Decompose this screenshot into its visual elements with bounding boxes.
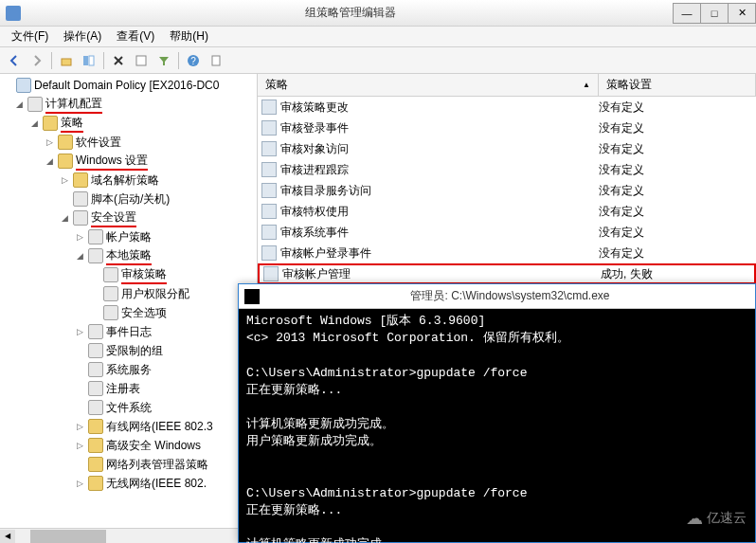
tree-label: 审核策略 — [121, 266, 167, 284]
cmd-titlebar[interactable]: 管理员: C:\Windows\system32\cmd.exe — [239, 284, 755, 309]
list-row[interactable]: 审核系统事件没有定义 — [258, 222, 756, 243]
list-row[interactable]: 审核进程跟踪没有定义 — [258, 159, 756, 180]
tree-label: 安全选项 — [121, 305, 167, 321]
menu-action[interactable]: 操作(A) — [56, 27, 109, 46]
expand-icon[interactable]: ▷ — [44, 137, 55, 147]
cmd-window[interactable]: 管理员: C:\Windows\system32\cmd.exe Microso… — [238, 283, 756, 543]
tree-label: 注册表 — [106, 381, 140, 397]
tree-panel[interactable]: Default Domain Policy [EX2016-DC0 ◢计算机配置… — [0, 74, 258, 543]
tree-restricted-groups[interactable]: 受限制的组 — [2, 341, 255, 360]
tree-audit-policy[interactable]: 审核策略 — [2, 265, 255, 284]
list-row[interactable]: 审核策略更改没有定义 — [258, 97, 756, 118]
folder-icon — [58, 154, 73, 169]
svg-rect-2 — [89, 56, 94, 65]
tree-registry[interactable]: 注册表 — [2, 379, 255, 398]
tree-label: 高级安全 Windows — [106, 438, 201, 454]
policy-name: 审核帐户登录事件 — [280, 245, 371, 262]
menu-file[interactable]: 文件(F) — [4, 27, 56, 46]
policy-item-icon — [261, 162, 277, 177]
tree-windows-settings[interactable]: ◢Windows 设置 — [2, 152, 255, 171]
list-row[interactable]: 审核帐户登录事件没有定义 — [258, 243, 756, 263]
toolbar-separator — [103, 52, 104, 69]
list-row[interactable]: 审核目录服务访问没有定义 — [258, 180, 756, 201]
tree-event-log[interactable]: ▷事件日志 — [2, 322, 255, 341]
tree-file-system[interactable]: 文件系统 — [2, 398, 255, 417]
expand-icon[interactable]: ▷ — [74, 232, 85, 242]
list-header: 策略▲ 策略设置 — [258, 74, 756, 97]
policy-item-icon — [263, 266, 279, 281]
collapse-icon[interactable]: ◢ — [74, 251, 85, 261]
tree-software-settings[interactable]: ▷软件设置 — [2, 133, 255, 152]
folder-icon — [58, 135, 73, 150]
tree-root[interactable]: Default Domain Policy [EX2016-DC0 — [2, 76, 255, 95]
tree-scripts[interactable]: 脚本(启动/关机) — [2, 190, 255, 208]
column-header-setting[interactable]: 策略设置 — [599, 74, 756, 96]
computer-icon — [27, 97, 43, 112]
policy-setting: 没有定义 — [599, 162, 756, 178]
toolbar-separator — [178, 52, 179, 69]
tree-security-options[interactable]: 安全选项 — [2, 303, 255, 322]
expand-icon[interactable]: ▷ — [74, 479, 85, 488]
refresh-button[interactable] — [206, 50, 226, 71]
properties-button[interactable] — [131, 50, 152, 71]
list-row[interactable]: 审核帐户管理成功, 失败 — [258, 263, 756, 284]
menu-view[interactable]: 查看(V) — [109, 27, 162, 46]
network-icon — [88, 419, 103, 434]
expand-icon[interactable]: ▷ — [74, 327, 85, 336]
tree-label: 脚本(启动/关机) — [91, 191, 170, 208]
tree-policies[interactable]: ◢策略 — [2, 114, 255, 133]
policy-item-icon — [261, 225, 277, 240]
up-button[interactable] — [56, 50, 77, 71]
back-button[interactable] — [4, 50, 25, 71]
tree-scrollbar-horizontal[interactable]: ◀ ▶ — [0, 528, 258, 543]
toolbar-separator — [51, 52, 52, 69]
window-controls: — □ ✕ — [674, 3, 756, 24]
policy-item-icon — [261, 204, 277, 219]
tree-local-policies[interactable]: ◢本地策略 — [2, 246, 255, 265]
show-hide-tree-button[interactable] — [79, 50, 99, 71]
tree-user-rights[interactable]: 用户权限分配 — [2, 284, 255, 303]
tree-name-resolution[interactable]: ▷域名解析策略 — [2, 171, 255, 190]
expand-icon[interactable]: ▷ — [59, 175, 70, 185]
scroll-thumb[interactable] — [30, 530, 106, 543]
policy-name: 审核登录事件 — [280, 120, 349, 136]
maximize-button[interactable]: □ — [700, 3, 729, 24]
tree-security-settings[interactable]: ◢安全设置 — [2, 208, 255, 227]
tree-computer-config[interactable]: ◢计算机配置 — [2, 95, 255, 114]
tree-advanced-security[interactable]: ▷高级安全 Windows — [2, 436, 255, 455]
policy-icon — [103, 305, 118, 320]
list-row[interactable]: 审核登录事件没有定义 — [258, 118, 756, 138]
policy-name: 审核策略更改 — [280, 100, 349, 116]
expand-icon[interactable]: ▷ — [74, 422, 85, 431]
help-button[interactable]: ? — [183, 50, 204, 71]
collapse-icon[interactable]: ◢ — [13, 100, 25, 109]
tree-system-services[interactable]: 系统服务 — [2, 360, 255, 379]
tree-wireless-network[interactable]: ▷无线网络(IEEE 802. — [2, 474, 255, 493]
delete-button[interactable] — [108, 50, 129, 71]
column-header-policy[interactable]: 策略▲ — [258, 74, 599, 96]
filter-button[interactable] — [153, 50, 174, 71]
list-row[interactable]: 审核特权使用没有定义 — [258, 201, 756, 222]
svg-rect-3 — [136, 56, 146, 65]
collapse-icon[interactable]: ◢ — [44, 156, 55, 166]
registry-icon — [88, 381, 103, 396]
policy-setting: 成功, 失败 — [601, 266, 754, 282]
folder-icon — [43, 116, 58, 131]
expand-icon[interactable]: ▷ — [74, 441, 85, 450]
collapse-icon[interactable]: ◢ — [59, 213, 70, 223]
policy-setting: 没有定义 — [599, 120, 756, 136]
minimize-button[interactable]: — — [673, 3, 701, 24]
policy-setting: 没有定义 — [599, 245, 756, 262]
tree-wired-network[interactable]: ▷有线网络(IEEE 802.3 — [2, 417, 255, 436]
collapse-icon[interactable]: ◢ — [28, 118, 40, 128]
cmd-output: Microsoft Windows [版本 6.3.9600] <c> 2013… — [239, 309, 755, 543]
service-icon — [88, 362, 103, 377]
policy-name: 审核目录服务访问 — [280, 183, 371, 199]
menu-help[interactable]: 帮助(H) — [162, 27, 216, 46]
tree-account-policies[interactable]: ▷帐户策略 — [2, 227, 255, 246]
list-row[interactable]: 审核对象访问没有定义 — [258, 138, 756, 159]
forward-button[interactable] — [27, 50, 47, 71]
close-button[interactable]: ✕ — [728, 3, 756, 24]
tree-network-list[interactable]: 网络列表管理器策略 — [2, 455, 255, 474]
scroll-left-icon[interactable]: ◀ — [0, 530, 15, 543]
